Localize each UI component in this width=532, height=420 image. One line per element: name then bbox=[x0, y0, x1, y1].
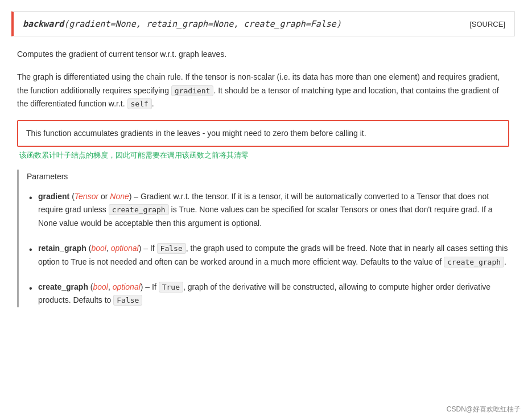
param-code-false-2: False bbox=[113, 295, 142, 306]
para2-code-self: self bbox=[127, 98, 152, 109]
function-paren-open: ( bbox=[64, 19, 69, 29]
function-signature: backward(gradient=None, retain_graph=Non… bbox=[23, 19, 341, 29]
param-type-none-1: None bbox=[110, 192, 129, 201]
param-desc-create-1: – If bbox=[143, 282, 158, 291]
param-code-true: True bbox=[159, 282, 183, 293]
param-type-bool-3: bool bbox=[93, 282, 108, 291]
param-name-retain-graph: retain_graph bbox=[38, 244, 86, 253]
parameters-title: Parameters bbox=[27, 170, 509, 181]
param-name-create-graph: create_graph bbox=[38, 282, 88, 291]
param-type-optional-3: optional bbox=[113, 282, 141, 291]
translation-text: 该函数累计叶子结点的梯度，因此可能需要在调用该函数之前将其清零 bbox=[17, 150, 509, 160]
para2-code-gradient: gradient bbox=[171, 85, 214, 96]
param-or-1: or bbox=[98, 192, 110, 201]
param-item-gradient: gradient (Tensor or None) – Gradient w.r… bbox=[27, 190, 509, 230]
para2-text-3: . bbox=[152, 99, 154, 108]
function-params: gradient=None, retain_graph=None, create… bbox=[69, 19, 336, 29]
function-name: backward bbox=[23, 19, 64, 29]
param-desc-retain-end: . bbox=[504, 257, 506, 266]
doc-body: Computes the gradient of current tensor … bbox=[11, 48, 515, 307]
function-header: backward(gradient=None, retain_graph=Non… bbox=[11, 11, 515, 36]
param-code-create-graph-1: create_graph bbox=[109, 204, 169, 215]
warning-text: This function accumulates gradients in t… bbox=[26, 129, 366, 138]
page-container: backward(gradient=None, retain_graph=Non… bbox=[0, 0, 532, 420]
param-desc-retain-1: – If bbox=[141, 244, 156, 253]
param-comma-3: , bbox=[108, 282, 113, 291]
param-list: gradient (Tensor or None) – Gradient w.r… bbox=[27, 190, 509, 308]
param-name-gradient: gradient bbox=[38, 192, 69, 201]
watermark: CSDN@好喜欢吃红柚子 bbox=[447, 405, 521, 414]
function-paren-close: ) bbox=[336, 19, 341, 29]
param-type-optional-2: optional bbox=[111, 244, 139, 253]
warning-box: This function accumulates gradients in t… bbox=[17, 120, 509, 146]
description-para-1: Computes the gradient of current tensor … bbox=[17, 48, 509, 61]
param-code-false: False bbox=[157, 243, 186, 254]
source-link[interactable]: [SOURCE] bbox=[469, 20, 505, 28]
param-comma-2: , bbox=[106, 244, 111, 253]
param-item-create-graph: create_graph (bool, optional) – If True,… bbox=[27, 281, 509, 308]
param-type-bool-2: bool bbox=[91, 244, 106, 253]
param-type-tensor: Tensor bbox=[75, 192, 98, 201]
parameters-section: Parameters gradient (Tensor or None) – G… bbox=[17, 170, 509, 308]
param-item-retain-graph: retain_graph (bool, optional) – If False… bbox=[27, 242, 509, 269]
param-code-create-graph-2: create_graph bbox=[444, 257, 504, 267]
description-para-2: The graph is differentiated using the ch… bbox=[17, 71, 509, 111]
